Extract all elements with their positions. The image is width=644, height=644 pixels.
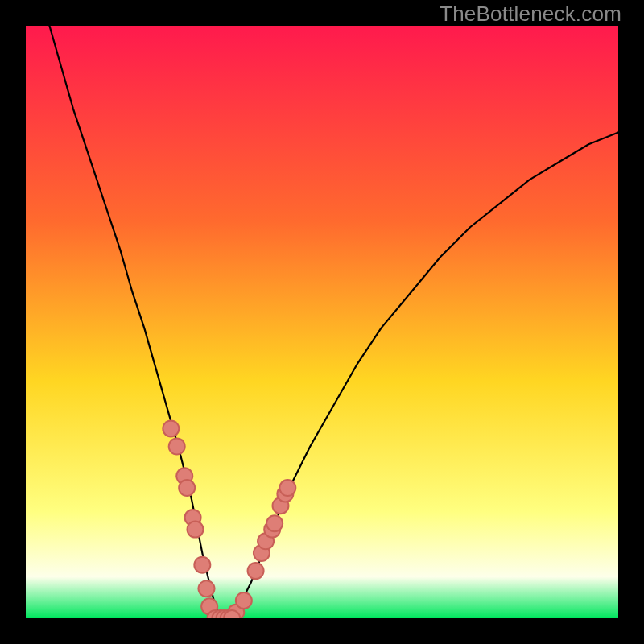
marker-point-inner — [188, 522, 203, 537]
marker-point-inner — [163, 421, 178, 436]
chart-frame: TheBottleneck.com — [0, 0, 644, 644]
marker-point-inner — [180, 481, 194, 495]
chart-svg — [26, 26, 618, 618]
gradient-background — [26, 26, 618, 618]
marker-point-inner — [267, 516, 282, 530]
marker-point-inner — [237, 593, 251, 608]
marker-point-inner — [280, 481, 295, 495]
marker-point-inner — [199, 581, 213, 596]
plot-area — [26, 26, 618, 618]
marker-point-inner — [195, 558, 209, 572]
marker-point-inner — [170, 440, 184, 454]
marker-point-inner — [249, 564, 263, 578]
watermark-text: TheBottleneck.com — [440, 2, 621, 27]
